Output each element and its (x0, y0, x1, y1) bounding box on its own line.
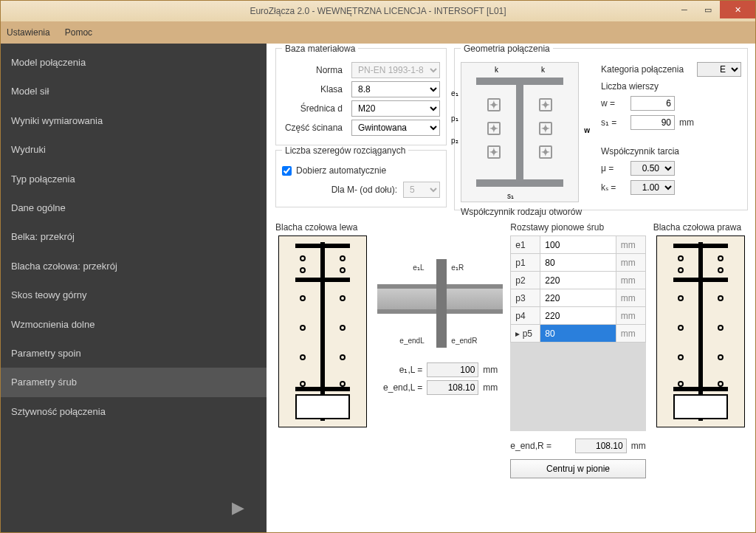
forward-arrow-icon[interactable]: ▶ (1, 484, 267, 532)
select-klasa[interactable]: 8.8 (351, 81, 440, 97)
nav-wydruki[interactable]: Wydruki (1, 135, 267, 164)
label-friction: Współczynnik tarcia (601, 146, 697, 157)
nav-model-sil[interactable]: Model sił (1, 77, 267, 106)
spacing-panel: Rozstawy pionowe śrub e1 mmp1 mmp2 mmp3 … (510, 222, 645, 478)
content: Baza materiałowa Norma PN-EN 1993-1-8 Kl… (267, 44, 755, 532)
spacing-table[interactable]: e1 mmp1 mmp2 mmp3 mmp4 mm▸ p5 mm (510, 235, 645, 343)
label-auto: Dobierz automatycznie (296, 165, 386, 176)
select-mu[interactable]: 0.50 (630, 161, 675, 176)
label-norma: Norma (282, 65, 351, 75)
label-rows-title: Liczba wierszy (601, 81, 697, 92)
select-from-bottom[interactable]: 5 (403, 182, 440, 198)
center-button[interactable]: Centruj w pionie (510, 459, 645, 478)
spacing-input-p3[interactable] (545, 293, 589, 303)
label-mu: μ = (601, 163, 630, 173)
spacing-input-p5[interactable] (545, 329, 589, 339)
spacing-row[interactable]: p3 mm (511, 289, 645, 307)
legend-rows-pulled: Liczba szeregów rozciąganych (282, 145, 408, 156)
close-button[interactable]: ✕ (720, 1, 755, 18)
titlebar: EuroZłącza 2.0 - WEWNĘTRZNA LICENCJA - I… (1, 1, 755, 21)
window-title: EuroZłącza 2.0 - WEWNĘTRZNA LICENCJA - I… (250, 6, 506, 16)
label-category: Kategoria połączenia (601, 64, 697, 75)
sidebar: Model połączenia Model sił Wyniki wymiar… (1, 44, 267, 532)
select-scin[interactable]: Gwintowana (351, 120, 440, 136)
select-ks[interactable]: 1.00 (630, 180, 675, 195)
spacing-row[interactable]: p4 mm (511, 307, 645, 325)
input-w[interactable] (630, 96, 675, 111)
nav-sruby[interactable]: Parametry śrub (1, 368, 267, 396)
select-srednica[interactable]: M20 (351, 100, 440, 117)
nav-wzmocnienia[interactable]: Wzmocnienia dolne (1, 310, 267, 339)
label-srednica: Średnica d (282, 103, 351, 114)
label-eendL: e_end,L = (382, 382, 427, 393)
legend-material: Baza materiałowa (282, 44, 358, 54)
menu-help[interactable]: Pomoc (65, 27, 92, 38)
nav-sztywnosc[interactable]: Sztywność połączenia (1, 397, 267, 426)
group-material: Baza materiałowa Norma PN-EN 1993-1-8 Kl… (275, 48, 447, 145)
right-plate-panel: Blacha czołowa prawa (653, 222, 748, 427)
minimize-button[interactable]: ─ (673, 1, 696, 18)
label-s1: s₁ = (601, 117, 630, 128)
spacing-input-p4[interactable] (545, 311, 589, 321)
spacing-row[interactable]: p1 mm (511, 254, 645, 272)
input-s1[interactable] (630, 115, 675, 130)
nav-skos[interactable]: Skos teowy górny (1, 281, 267, 309)
input-eendR (575, 439, 627, 453)
maximize-button[interactable]: ▭ (696, 1, 720, 18)
label-ks: kₛ = (601, 182, 630, 193)
input-eendL (427, 380, 478, 395)
label-from-bottom: Dla M- (od dołu): (331, 185, 403, 195)
nav-belka[interactable]: Belka: przekrój (1, 222, 267, 251)
spacing-row[interactable]: ▸ p5 mm (511, 325, 645, 343)
geometry-diagram: ✦ ✦ ✦ ✦ ✦ ✦ k k e₁ p₁ (461, 62, 579, 202)
group-rows-pulled: Liczba szeregów rozciąganych Dobierz aut… (275, 150, 447, 207)
right-plate-title: Blacha czołowa prawa (653, 222, 748, 233)
group-geometry: Geometria połączenia ✦ ✦ ✦ (454, 48, 748, 210)
nav-wyniki[interactable]: Wyniki wymiarowania (1, 106, 267, 135)
nav-dane-ogolne[interactable]: Dane ogólne (1, 193, 267, 222)
select-norma[interactable]: PN-EN 1993-1-8 (351, 62, 440, 78)
left-plate-panel: Blacha czołowa lewa (275, 222, 370, 427)
input-e1L (427, 362, 478, 377)
spacing-row[interactable]: p2 mm (511, 272, 645, 289)
label-holes: Współczynnik rodzaju otworów (461, 207, 594, 217)
label-eendR: e_end,R = (510, 441, 574, 451)
menubar: Ustawienia Pomoc (1, 21, 755, 44)
spacing-input-p2[interactable] (545, 275, 589, 286)
spacing-input-p1[interactable] (545, 258, 589, 268)
label-scin: Część ścinana (282, 123, 351, 133)
spacing-input-e1[interactable] (545, 240, 589, 250)
nav-typ[interactable]: Typ połączenia (1, 165, 267, 193)
menu-settings[interactable]: Ustawienia (7, 27, 50, 38)
left-plate-title: Blacha czołowa lewa (275, 222, 370, 233)
left-plate-diagram (278, 235, 367, 427)
spacing-row[interactable]: e1 mm (511, 236, 645, 254)
checkbox-auto[interactable] (282, 166, 292, 176)
select-category[interactable]: E (697, 62, 741, 77)
right-plate-diagram (656, 235, 745, 427)
legend-geometry: Geometria połączenia (461, 44, 553, 54)
label-e1L: e₁,L = (382, 365, 427, 375)
connection-diagram: e₁L e₁R e_endL e_endR (377, 252, 503, 355)
label-klasa: Klasa (282, 84, 351, 94)
nav-spoiny[interactable]: Parametry spoin (1, 339, 267, 368)
spacing-title: Rozstawy pionowe śrub (510, 222, 645, 233)
label-w: w = (601, 98, 630, 109)
nav-model-polaczenia[interactable]: Model połączenia (1, 48, 267, 77)
nav-blacha-czolowa[interactable]: Blacha czołowa: przekrój (1, 252, 267, 281)
